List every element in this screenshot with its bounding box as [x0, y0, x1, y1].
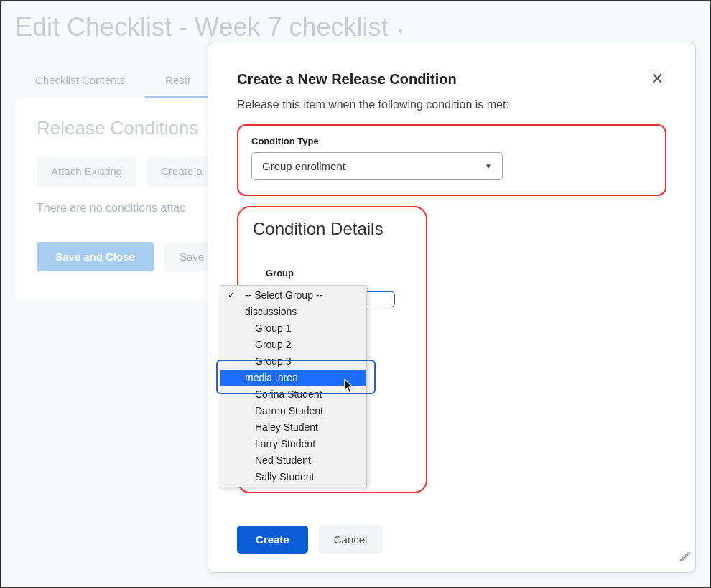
- modal-subtitle: Release this item when the following con…: [237, 98, 666, 111]
- condition-details-heading: Condition Details: [253, 219, 412, 239]
- group-dropdown-panel[interactable]: -- Select Group -- discussions Group 1 G…: [220, 285, 367, 487]
- dd-option-media-area[interactable]: media_area: [220, 370, 366, 386]
- page-title-row: Edit Checklist - Week 7 checklist ▼: [15, 12, 696, 42]
- dd-option-discussions[interactable]: discussions: [220, 304, 366, 320]
- dd-option-corina-student[interactable]: Corina Student: [220, 386, 366, 403]
- create-and-attach-button[interactable]: Create a: [147, 157, 217, 186]
- dd-option-group-1[interactable]: Group 1: [220, 320, 366, 337]
- condition-type-value: Group enrollment: [262, 160, 345, 172]
- close-icon[interactable]: ✕: [648, 67, 666, 91]
- dd-option-group-3[interactable]: Group 3: [220, 353, 366, 370]
- chevron-down-icon[interactable]: ▼: [397, 27, 404, 35]
- dd-option-larry-student[interactable]: Larry Student: [220, 436, 366, 452]
- modal-actions: Create Cancel: [237, 526, 383, 554]
- resize-grip-icon[interactable]: ⁄⁄: [681, 550, 688, 565]
- modal-header: Create a New Release Condition ✕: [237, 67, 666, 91]
- condition-type-fieldset: Condition Type Group enrollment ▼: [237, 124, 666, 196]
- dd-option-group-2[interactable]: Group 2: [220, 337, 366, 353]
- chevron-down-icon: ▼: [485, 162, 492, 170]
- cancel-button[interactable]: Cancel: [318, 526, 384, 554]
- save-and-close-button[interactable]: Save and Close: [37, 242, 154, 271]
- condition-type-select[interactable]: Group enrollment ▼: [251, 152, 503, 180]
- condition-type-label: Condition Type: [251, 136, 652, 146]
- dd-option-ned-student[interactable]: Ned Student: [220, 452, 366, 469]
- dd-option-haley-student[interactable]: Haley Student: [220, 419, 366, 436]
- page-title: Edit Checklist - Week 7 checklist: [15, 12, 389, 42]
- tab-restrictions[interactable]: Restr: [145, 64, 211, 98]
- dd-option-select-group[interactable]: -- Select Group --: [220, 287, 366, 304]
- group-label: Group: [266, 268, 412, 279]
- dd-option-darren-student[interactable]: Darren Student: [220, 403, 366, 419]
- modal-title: Create a New Release Condition: [237, 71, 457, 88]
- dd-option-sally-student[interactable]: Sally Student: [220, 469, 366, 485]
- tab-checklist-contents[interactable]: Checklist Contents: [15, 64, 145, 98]
- attach-existing-button[interactable]: Attach Existing: [37, 157, 136, 186]
- create-button[interactable]: Create: [237, 526, 308, 554]
